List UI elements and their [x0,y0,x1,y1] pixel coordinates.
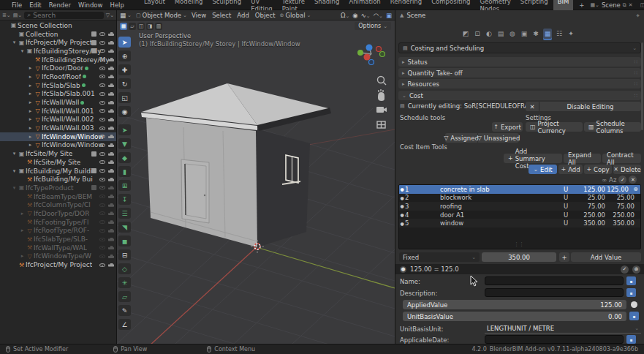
eye-icon[interactable] [99,41,105,45]
scene-new-icon[interactable]: ⧉ [623,2,626,8]
viewlayer-selector[interactable]: ◫⌄ ViewLayer ⧉ ✕ [640,1,644,9]
unit-basis-value-field[interactable]: UnitBasisValue 0.00 [403,312,626,321]
camera-icon[interactable] [108,255,114,258]
outliner-item[interactable]: ▸▽IfcWall/Wall.001 [0,107,116,116]
eye-icon[interactable] [99,169,105,173]
beam-tool[interactable]: ☰ [118,208,131,219]
gizmo-y-neg[interactable] [380,52,385,57]
editor-type-icon[interactable]: ≣⌄ [2,12,11,18]
value-type-dropdown[interactable]: Fixed⌄ [399,252,480,262]
orientation-dropdown[interactable]: ⊕Global⌄ [280,12,311,19]
outliner-item[interactable]: ⚒IfcColumnType/Cl [0,200,116,209]
expand-icon[interactable]: ▾ [11,39,18,45]
outliner-item[interactable]: ▸▽IfcRoofType/ROF- [0,227,116,236]
eye-icon[interactable] [99,75,105,78]
camera-icon[interactable] [108,83,114,87]
mode-dropdown[interactable]: ▢Object Mode⌄ [136,12,187,19]
properties-tab-scene[interactable]: ▤ [496,29,505,39]
expand-icon[interactable]: ▸ [19,211,26,216]
properties-tab-physics[interactable]: ✦ [567,29,575,39]
eye-icon[interactable] [99,32,105,36]
gizmo-z-neg[interactable] [369,60,374,65]
eye-icon[interactable] [99,178,105,181]
applicable-date-toggle[interactable]: ▪ [626,335,636,344]
properties-tab-world[interactable]: ◍ [508,29,517,39]
menu-edit[interactable]: Edit [26,1,45,9]
project-currency-button[interactable]: ◫Project Currency [526,122,583,132]
properties-tab-view-layer[interactable]: ◐ [485,29,493,39]
camera-icon[interactable] [108,127,114,130]
camera-icon[interactable] [108,152,114,156]
camera-icon[interactable] [108,169,114,173]
formula-cancel-icon[interactable]: ⊗ [632,266,640,274]
camera-icon[interactable] [108,203,114,207]
expand-icon[interactable]: ▸ [27,99,34,105]
edit-mode-button[interactable]: ⌄Edit [529,165,557,174]
add-summary-cost-button[interactable]: +Add Summary Cost [504,154,562,163]
cancel-icon[interactable]: ✕ [629,176,637,184]
outliner-item[interactable]: ▸▽IfcWall/Wall.003 [0,124,116,132]
ortho-grid-icon[interactable] [377,121,385,128]
eye-icon[interactable] [99,238,105,241]
outliner-item[interactable]: ▸▽IfcWindowType/W [0,252,116,261]
mode-icon-2[interactable]: ▱ [129,23,136,30]
outliner-item[interactable]: ⚒IfcSlabType/SLB- [0,235,116,244]
add-cost-item-button[interactable]: +Add [558,165,583,174]
camera-icon[interactable] [108,67,114,70]
outliner-item[interactable]: ⚒IfcWallType/WAL [0,244,116,252]
formula-apply-icon[interactable]: ✓ [621,266,629,274]
properties-tab-render[interactable]: ◩ [461,29,470,39]
filter-icon[interactable]: ▽⌄ [106,12,114,18]
eye-icon[interactable] [99,152,105,156]
cost-item-row[interactable]: ●5windowU350.00350.00 [399,219,640,227]
camera-view-icon[interactable] [376,107,387,113]
cost-item-row[interactable]: ●1concrete in slabU125.00125.00⊗ [399,185,640,194]
camera-icon[interactable] [108,211,114,215]
description-input[interactable] [485,288,624,297]
panel-header-status[interactable]: ▸Status∷ [398,57,641,67]
camera-icon[interactable] [108,220,114,224]
outliner-item[interactable]: ▸▽IfcSlab/Slab.001 [0,90,116,99]
add-value-button[interactable]: Add Value [571,252,641,262]
applied-value-radio[interactable] [631,301,637,308]
expand-icon[interactable]: ▸ [27,142,34,148]
gizmo-y-axis[interactable] [357,50,363,56]
apply-icon[interactable]: ✓ [618,176,626,184]
panel-header-resources[interactable]: ▸Resources∷ [398,79,641,88]
description-toggle-button[interactable]: ▪ [626,288,636,297]
checkbox-icon[interactable] [91,151,96,157]
gizmo-dropdown-icon[interactable]: ◠⌄ [374,12,383,19]
camera-icon[interactable] [108,195,114,198]
expand-icon[interactable]: ▸ [27,116,34,122]
outliner-item[interactable]: ▸▽IfcDoorType/DOR [0,209,116,218]
eye-icon[interactable] [99,246,105,249]
camera-icon[interactable] [108,238,114,241]
delete-cost-item-button[interactable]: ✕Delete [613,165,641,174]
outliner-item[interactable]: ⚒IfcBuilding/My Bui [0,175,116,184]
pan-hand-icon[interactable] [378,89,384,101]
bim-explore-tool[interactable]: ➤ [118,124,131,135]
column-tool[interactable]: ↧ [118,194,131,205]
viewport-editor-type-icon[interactable]: ▦⌄ [120,12,132,19]
array-tool[interactable]: ✳ [118,277,131,288]
outliner-item[interactable]: ▣Scene Collection [0,21,116,30]
eye-icon[interactable] [99,220,105,224]
gizmo-x-neg[interactable] [376,47,382,52]
camera-icon[interactable] [108,178,114,181]
eye-icon[interactable] [99,160,105,164]
eye-icon[interactable] [99,263,105,267]
eye-icon[interactable] [99,135,105,138]
annotate-tool[interactable]: ✎ [118,305,131,316]
door-tool[interactable]: ▮ [118,166,131,177]
camera-icon[interactable] [108,263,114,267]
transform-tool[interactable]: ◉ [118,106,131,117]
unit-basis-unit-dropdown[interactable]: LENGTHUNIT / METRE⌄ [485,324,641,334]
outliner-item[interactable]: ▾▣IfcTypeProduct [0,184,116,192]
eye-icon[interactable] [99,211,105,215]
mode-icon-3[interactable]: ◫ [137,23,145,30]
menu-help[interactable]: Help [106,1,127,9]
sort-az-icon[interactable]: Az [609,176,616,184]
railing-tool[interactable]: ⊟ [118,249,131,260]
expand-icon[interactable]: ▸ [27,125,34,131]
expand-icon[interactable]: ▸ [27,91,34,97]
